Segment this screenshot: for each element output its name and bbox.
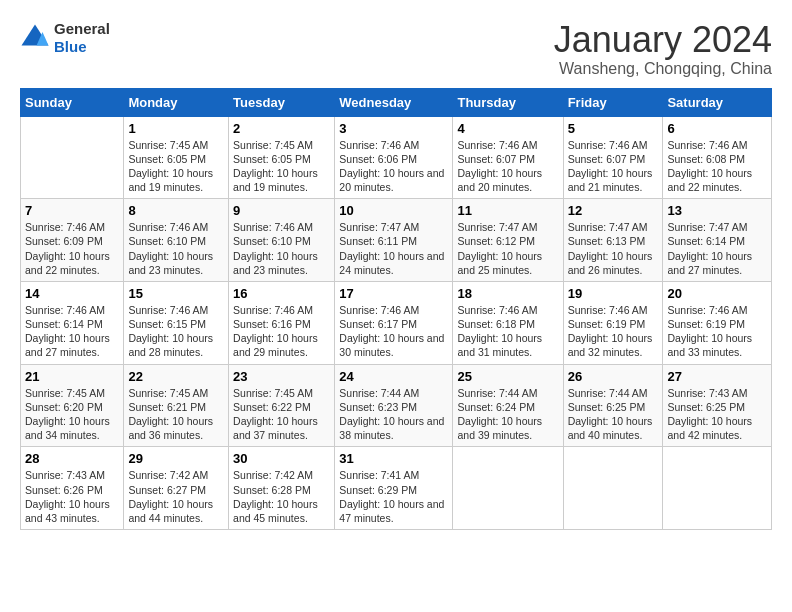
header-day-tuesday: Tuesday (229, 88, 335, 116)
day-detail: Sunrise: 7:46 AMSunset: 6:08 PMDaylight:… (667, 138, 767, 195)
day-cell: 17 Sunrise: 7:46 AMSunset: 6:17 PMDaylig… (335, 281, 453, 364)
day-detail: Sunrise: 7:47 AMSunset: 6:14 PMDaylight:… (667, 220, 767, 277)
header-day-saturday: Saturday (663, 88, 772, 116)
day-detail: Sunrise: 7:47 AMSunset: 6:12 PMDaylight:… (457, 220, 558, 277)
day-number: 4 (457, 121, 558, 136)
calendar-table: SundayMondayTuesdayWednesdayThursdayFrid… (20, 88, 772, 530)
day-number: 14 (25, 286, 119, 301)
day-number: 12 (568, 203, 659, 218)
day-detail: Sunrise: 7:46 AMSunset: 6:10 PMDaylight:… (128, 220, 224, 277)
day-detail: Sunrise: 7:46 AMSunset: 6:10 PMDaylight:… (233, 220, 330, 277)
day-number: 8 (128, 203, 224, 218)
day-number: 23 (233, 369, 330, 384)
calendar-subtitle: Wansheng, Chongqing, China (554, 60, 772, 78)
day-cell: 22 Sunrise: 7:45 AMSunset: 6:21 PMDaylig… (124, 364, 229, 447)
day-number: 11 (457, 203, 558, 218)
day-cell: 10 Sunrise: 7:47 AMSunset: 6:11 PMDaylig… (335, 199, 453, 282)
day-cell: 18 Sunrise: 7:46 AMSunset: 6:18 PMDaylig… (453, 281, 563, 364)
logo-text-general: General (54, 20, 110, 38)
day-detail: Sunrise: 7:44 AMSunset: 6:23 PMDaylight:… (339, 386, 448, 443)
week-row-5: 28 Sunrise: 7:43 AMSunset: 6:26 PMDaylig… (21, 447, 772, 530)
day-number: 3 (339, 121, 448, 136)
day-detail: Sunrise: 7:46 AMSunset: 6:16 PMDaylight:… (233, 303, 330, 360)
day-cell: 6 Sunrise: 7:46 AMSunset: 6:08 PMDayligh… (663, 116, 772, 199)
header-day-thursday: Thursday (453, 88, 563, 116)
header-day-sunday: Sunday (21, 88, 124, 116)
day-cell: 29 Sunrise: 7:42 AMSunset: 6:27 PMDaylig… (124, 447, 229, 530)
day-cell: 15 Sunrise: 7:46 AMSunset: 6:15 PMDaylig… (124, 281, 229, 364)
day-detail: Sunrise: 7:46 AMSunset: 6:15 PMDaylight:… (128, 303, 224, 360)
day-detail: Sunrise: 7:45 AMSunset: 6:21 PMDaylight:… (128, 386, 224, 443)
day-cell: 25 Sunrise: 7:44 AMSunset: 6:24 PMDaylig… (453, 364, 563, 447)
day-number: 30 (233, 451, 330, 466)
day-cell: 31 Sunrise: 7:41 AMSunset: 6:29 PMDaylig… (335, 447, 453, 530)
day-number: 31 (339, 451, 448, 466)
day-detail: Sunrise: 7:44 AMSunset: 6:25 PMDaylight:… (568, 386, 659, 443)
day-detail: Sunrise: 7:45 AMSunset: 6:22 PMDaylight:… (233, 386, 330, 443)
day-number: 18 (457, 286, 558, 301)
header-day-friday: Friday (563, 88, 663, 116)
day-detail: Sunrise: 7:45 AMSunset: 6:05 PMDaylight:… (128, 138, 224, 195)
day-cell: 2 Sunrise: 7:45 AMSunset: 6:05 PMDayligh… (229, 116, 335, 199)
day-detail: Sunrise: 7:46 AMSunset: 6:19 PMDaylight:… (568, 303, 659, 360)
day-number: 10 (339, 203, 448, 218)
day-number: 20 (667, 286, 767, 301)
day-number: 15 (128, 286, 224, 301)
day-detail: Sunrise: 7:46 AMSunset: 6:06 PMDaylight:… (339, 138, 448, 195)
day-cell (563, 447, 663, 530)
day-cell: 3 Sunrise: 7:46 AMSunset: 6:06 PMDayligh… (335, 116, 453, 199)
day-detail: Sunrise: 7:43 AMSunset: 6:26 PMDaylight:… (25, 468, 119, 525)
day-cell: 1 Sunrise: 7:45 AMSunset: 6:05 PMDayligh… (124, 116, 229, 199)
day-number: 1 (128, 121, 224, 136)
day-detail: Sunrise: 7:45 AMSunset: 6:05 PMDaylight:… (233, 138, 330, 195)
day-cell: 5 Sunrise: 7:46 AMSunset: 6:07 PMDayligh… (563, 116, 663, 199)
day-number: 22 (128, 369, 224, 384)
day-cell: 14 Sunrise: 7:46 AMSunset: 6:14 PMDaylig… (21, 281, 124, 364)
day-number: 27 (667, 369, 767, 384)
day-detail: Sunrise: 7:46 AMSunset: 6:18 PMDaylight:… (457, 303, 558, 360)
day-number: 2 (233, 121, 330, 136)
week-row-4: 21 Sunrise: 7:45 AMSunset: 6:20 PMDaylig… (21, 364, 772, 447)
day-number: 9 (233, 203, 330, 218)
day-number: 6 (667, 121, 767, 136)
day-detail: Sunrise: 7:47 AMSunset: 6:11 PMDaylight:… (339, 220, 448, 277)
day-number: 19 (568, 286, 659, 301)
day-cell (21, 116, 124, 199)
day-number: 21 (25, 369, 119, 384)
day-cell: 27 Sunrise: 7:43 AMSunset: 6:25 PMDaylig… (663, 364, 772, 447)
day-detail: Sunrise: 7:46 AMSunset: 6:19 PMDaylight:… (667, 303, 767, 360)
header: General Blue January 2024 Wansheng, Chon… (20, 20, 772, 78)
day-number: 17 (339, 286, 448, 301)
day-number: 29 (128, 451, 224, 466)
day-number: 26 (568, 369, 659, 384)
logo-icon (20, 23, 50, 53)
day-detail: Sunrise: 7:46 AMSunset: 6:07 PMDaylight:… (568, 138, 659, 195)
day-number: 25 (457, 369, 558, 384)
day-cell: 30 Sunrise: 7:42 AMSunset: 6:28 PMDaylig… (229, 447, 335, 530)
day-cell (663, 447, 772, 530)
day-cell: 28 Sunrise: 7:43 AMSunset: 6:26 PMDaylig… (21, 447, 124, 530)
header-day-wednesday: Wednesday (335, 88, 453, 116)
calendar-header-row: SundayMondayTuesdayWednesdayThursdayFrid… (21, 88, 772, 116)
day-cell: 11 Sunrise: 7:47 AMSunset: 6:12 PMDaylig… (453, 199, 563, 282)
header-day-monday: Monday (124, 88, 229, 116)
day-number: 28 (25, 451, 119, 466)
day-cell: 4 Sunrise: 7:46 AMSunset: 6:07 PMDayligh… (453, 116, 563, 199)
day-detail: Sunrise: 7:43 AMSunset: 6:25 PMDaylight:… (667, 386, 767, 443)
day-detail: Sunrise: 7:46 AMSunset: 6:14 PMDaylight:… (25, 303, 119, 360)
day-number: 7 (25, 203, 119, 218)
day-cell: 9 Sunrise: 7:46 AMSunset: 6:10 PMDayligh… (229, 199, 335, 282)
day-cell: 20 Sunrise: 7:46 AMSunset: 6:19 PMDaylig… (663, 281, 772, 364)
week-row-2: 7 Sunrise: 7:46 AMSunset: 6:09 PMDayligh… (21, 199, 772, 282)
day-number: 24 (339, 369, 448, 384)
day-number: 13 (667, 203, 767, 218)
day-number: 5 (568, 121, 659, 136)
day-cell: 24 Sunrise: 7:44 AMSunset: 6:23 PMDaylig… (335, 364, 453, 447)
day-detail: Sunrise: 7:42 AMSunset: 6:27 PMDaylight:… (128, 468, 224, 525)
day-cell: 16 Sunrise: 7:46 AMSunset: 6:16 PMDaylig… (229, 281, 335, 364)
day-cell (453, 447, 563, 530)
day-detail: Sunrise: 7:42 AMSunset: 6:28 PMDaylight:… (233, 468, 330, 525)
week-row-3: 14 Sunrise: 7:46 AMSunset: 6:14 PMDaylig… (21, 281, 772, 364)
day-detail: Sunrise: 7:41 AMSunset: 6:29 PMDaylight:… (339, 468, 448, 525)
day-detail: Sunrise: 7:46 AMSunset: 6:17 PMDaylight:… (339, 303, 448, 360)
